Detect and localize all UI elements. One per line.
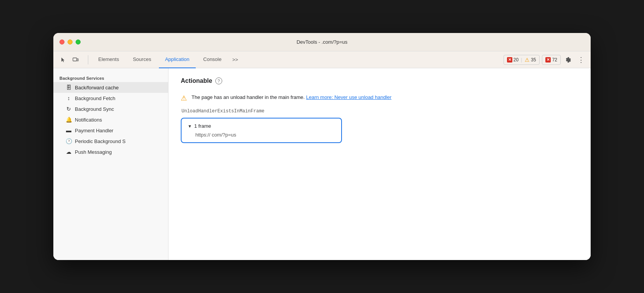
more-tabs-button[interactable]: >> [229,51,241,68]
main-content: Background Services 🗄 Back/forward cache… [53,68,591,260]
issues-icon: ✕ [545,57,551,63]
window-title: DevTools - .com/?p=us [297,39,348,45]
content-header: Actionable ? [181,77,578,84]
device-toggle-button[interactable] [70,54,81,65]
payment-icon: ▬ [66,127,72,133]
svg-rect-1 [77,59,78,61]
cloud-icon: ☁ [66,149,72,155]
frame-title: ▼ 1 frame [188,123,335,129]
maximize-button[interactable] [76,40,81,44]
sync-icon: ↻ [66,106,72,112]
handler-id-label: UnloadHandlerExistsInMainFrame [182,109,578,114]
svg-rect-0 [73,58,77,61]
frame-box: ▼ 1 frame https:// com/?p=us [181,118,342,143]
error-count: ✕ 20 [507,57,519,63]
tab-application[interactable]: Application [159,51,196,68]
tab-sources[interactable]: Sources [127,51,157,68]
sidebar-label-payment-handler: Payment Handler [75,128,113,133]
sidebar-label-backforward-cache: Back/forward cache [75,85,119,91]
error-number: 20 [514,57,519,63]
sidebar-label-periodic-background: Periodic Background S [75,138,125,144]
tab-elements[interactable]: Elements [92,51,125,68]
sidebar-label-background-fetch: Background Fetch [75,95,116,101]
tab-console[interactable]: Console [197,51,228,68]
content-title: Actionable [181,77,212,84]
sidebar-label-notifications: Notifications [75,117,102,123]
content-area: Actionable ? ⚠ The page has an unload ha… [168,68,591,260]
settings-button[interactable] [563,54,574,65]
warning-message: The page has an unload handler in the ma… [192,94,391,101]
error-icon: ✕ [507,57,512,63]
warning-triangle-icon: ⚠ [181,94,187,102]
help-icon[interactable]: ? [215,77,222,84]
warning-row: ⚠ The page has an unload handler in the … [181,94,578,102]
gear-icon [565,57,571,63]
learn-more-link[interactable]: Learn more: Never use unload handler [306,94,392,100]
traffic-lights [59,40,81,44]
sidebar-item-background-sync[interactable]: ↻ Background Sync [53,104,168,114]
warning-text-main: The page has an unload handler in the ma… [192,94,305,100]
close-button[interactable] [59,40,64,44]
sidebar-item-notifications[interactable]: 🔔 Notifications [53,114,168,125]
warning-icon: ⚠ [524,57,530,63]
devtools-window: DevTools - .com/?p=us Elements Sources A… [53,33,591,260]
toolbar: Elements Sources Application Console >> … [53,51,591,68]
fetch-icon: ↕ [66,95,72,101]
sidebar-label-background-sync: Background Sync [75,106,114,112]
more-options-button[interactable]: ⋮ [576,56,586,64]
toolbar-icons [58,54,81,65]
frame-arrow-icon: ▼ [188,124,192,128]
bell-icon: 🔔 [66,117,72,123]
database-icon: 🗄 [66,84,72,91]
sidebar-item-background-fetch[interactable]: ↕ Background Fetch [53,93,168,104]
clock-icon: 🕐 [66,138,72,144]
title-bar: DevTools - .com/?p=us [53,33,591,51]
sidebar-item-periodic-background[interactable]: 🕐 Periodic Background S [53,136,168,146]
issues-badge[interactable]: ✕ 72 [542,55,561,65]
frame-url: https:// com/?p=us [188,132,335,138]
device-icon [73,57,79,63]
sidebar-label-push-messaging: Push Messaging [75,149,112,155]
cursor-icon [60,57,66,63]
errors-warnings-badge[interactable]: ✕ 20 | ⚠ 35 [504,55,540,65]
minimize-button[interactable] [68,40,73,44]
warning-number: 35 [531,57,536,63]
sidebar-item-backforward-cache[interactable]: 🗄 Back/forward cache [53,82,168,93]
badge-separator: | [521,57,522,63]
frame-count-label: 1 frame [194,123,211,129]
sidebar-item-push-messaging[interactable]: ☁ Push Messaging [53,146,168,157]
issues-number: 72 [552,57,557,63]
sidebar-item-payment-handler[interactable]: ▬ Payment Handler [53,125,168,136]
cursor-icon-button[interactable] [58,54,69,65]
sidebar: Background Services 🗄 Back/forward cache… [53,68,168,260]
toolbar-right: ✕ 20 | ⚠ 35 ✕ 72 ⋮ [504,54,586,65]
warning-count: ⚠ 35 [524,57,536,63]
toolbar-divider [88,55,88,64]
sidebar-section-title: Background Services [53,73,168,82]
